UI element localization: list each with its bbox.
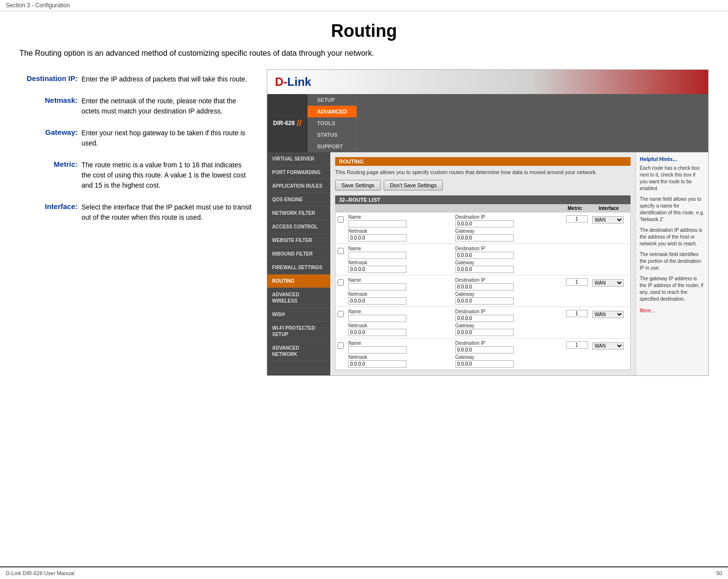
route-checkbox-2[interactable] <box>336 276 347 288</box>
route-netmask-group-2: Netmask <box>348 291 454 305</box>
routes-container: Name Destination IP Netmask Gateway WANL… <box>336 212 630 370</box>
hints-title: Helpful Hints... <box>640 156 704 162</box>
route-checkbox-4[interactable] <box>336 339 347 351</box>
interface-select-3[interactable]: WANLAN <box>592 311 624 318</box>
route-name-group-4: Name <box>348 340 454 354</box>
dest-input-1[interactable] <box>455 252 514 259</box>
gateway-label-4: Gateway <box>455 354 562 360</box>
interface-select-4[interactable]: WANLAN <box>592 342 624 350</box>
route-netmask-group-0: Netmask <box>348 228 454 241</box>
netmask-label-0: Netmask <box>348 228 454 234</box>
help-item: Gateway: Enter your next hop gateway to … <box>19 128 252 148</box>
help-text: Enter the IP address of packets that wil… <box>81 74 247 84</box>
netmask-input-3[interactable] <box>348 329 406 336</box>
name-label-4: Name <box>348 340 454 346</box>
save-settings-button[interactable]: Save Settings <box>335 180 381 191</box>
name-input-2[interactable] <box>348 283 406 290</box>
name-input-3[interactable] <box>348 315 406 322</box>
page-description: The Routing option is an advanced method… <box>19 49 709 58</box>
gateway-input-0[interactable] <box>455 234 514 241</box>
dest-label-1: Destination IP <box>455 246 562 251</box>
left-panel: Destination IP: Enter the IP address of … <box>19 69 252 234</box>
sidebar-item-wish[interactable]: WISH <box>267 308 330 322</box>
netmask-input-0[interactable] <box>348 234 406 241</box>
sidebar-item-website-filter[interactable]: WEBSITE FILTER <box>267 234 330 247</box>
name-input-1[interactable] <box>348 252 406 259</box>
sidebar-item-firewall-settings[interactable]: FIREWALL SETTINGS <box>267 261 330 274</box>
nav-tab-setup[interactable]: SETUP <box>307 94 357 106</box>
nav-tab-support[interactable]: SUPPORT <box>307 141 357 152</box>
help-text: Select the interface that the IP packet … <box>81 202 252 223</box>
netmask-input-1[interactable] <box>348 266 406 273</box>
netmask-label-4: Netmask <box>348 354 454 360</box>
name-input-4[interactable] <box>348 346 406 354</box>
interface-select-2[interactable]: WANLAN <box>592 279 624 287</box>
metric-input-2[interactable] <box>566 278 588 286</box>
route-row-2: Name Destination IP Netmask Gateway WANL… <box>336 275 630 307</box>
dest-input-0[interactable] <box>455 220 514 227</box>
route-check-1[interactable] <box>338 248 344 254</box>
sidebar-item-advanced-wireless[interactable]: ADVANCED WIRELESS <box>267 288 330 308</box>
route-name-group-2: Name <box>348 277 454 290</box>
bottom-bar: D-Link DIR-628 User Manual 50 <box>0 566 728 579</box>
sidebar-item-port-forwarding[interactable]: PORT FORWARDING <box>267 166 330 179</box>
sidebar-item-virtual-server[interactable]: VIRTUAL SERVER <box>267 152 330 166</box>
route-checkbox-3[interactable] <box>336 308 347 319</box>
sidebar-item-application-rules[interactable]: APPLICATION RULES <box>267 179 330 193</box>
route-check-3[interactable] <box>338 311 344 317</box>
dest-input-2[interactable] <box>455 283 514 290</box>
dlink-d: D- <box>275 75 287 88</box>
nav-tab-status[interactable]: STATUS <box>307 129 357 141</box>
sidebar-item-routing[interactable]: ROUTING <box>267 274 330 288</box>
footer-left: D-Link DIR-628 User Manual <box>6 570 74 576</box>
name-input-0[interactable] <box>348 220 406 227</box>
router-main-content: ROUTING This Routing page allows you to … <box>330 152 635 375</box>
gateway-input-3[interactable] <box>455 329 514 336</box>
route-check-4[interactable] <box>338 342 344 349</box>
footer-right: 50 <box>716 570 722 576</box>
sidebar-item-inbound-filter[interactable]: INBOUND FILTER <box>267 247 330 261</box>
help-label: Gateway: <box>19 128 78 148</box>
route-check-2[interactable] <box>338 279 344 286</box>
router-ui: D-Link DIR-628 // SETUPADVANCEDTOOLSSTAT… <box>267 69 709 376</box>
gateway-input-4[interactable] <box>455 360 514 368</box>
netmask-input-4[interactable] <box>348 360 406 368</box>
route-netmask-group-4: Netmask <box>348 354 454 368</box>
hint-text-3: The netmask field identifies the portion… <box>640 251 704 272</box>
help-label: Interface: <box>19 202 78 223</box>
hint-text-4: The gateway IP address is the IP address… <box>640 275 704 303</box>
sidebar-item-qos-engine[interactable]: QOS ENGINE <box>267 193 330 207</box>
dont-save-settings-button[interactable]: Don't Save Settings <box>384 180 443 191</box>
dest-label-4: Destination IP <box>455 340 562 346</box>
route-interface-4: WANLAN <box>591 339 630 352</box>
gateway-input-2[interactable] <box>455 297 514 305</box>
route-checkbox-0[interactable] <box>336 213 347 225</box>
dest-input-3[interactable] <box>455 315 514 322</box>
sidebar-item-access-control[interactable]: ACCESS CONTROL <box>267 220 330 234</box>
name-label-0: Name <box>348 214 454 220</box>
metric-input-0[interactable] <box>566 215 588 223</box>
route-name-group-1: Name <box>348 246 454 259</box>
dest-input-4[interactable] <box>455 346 514 354</box>
route-row-0: Name Destination IP Netmask Gateway WANL… <box>336 212 630 244</box>
metric-input-3[interactable] <box>566 310 588 317</box>
gateway-input-1[interactable] <box>455 266 514 273</box>
sidebar-item-advanced-network[interactable]: ADVANCED NETWORK <box>267 341 330 361</box>
gateway-label-1: Gateway <box>455 260 562 265</box>
hints-more-link[interactable]: More... <box>640 308 655 313</box>
nav-tab-advanced[interactable]: ADVANCED <box>307 106 357 117</box>
netmask-input-2[interactable] <box>348 297 406 305</box>
sidebar-item-network-filter[interactable]: NETWORK FILTER <box>267 207 330 220</box>
section-title: ROUTING <box>335 157 631 166</box>
dest-label-2: Destination IP <box>455 277 562 283</box>
route-checkbox-1[interactable] <box>336 245 347 256</box>
metric-input-4[interactable] <box>566 341 588 349</box>
sidebar-item-wi-fi-protected-setup[interactable]: WI-FI PROTECTED SETUP <box>267 322 330 341</box>
help-label: Metric: <box>19 160 78 191</box>
interface-select-0[interactable]: WANLAN <box>592 216 624 224</box>
route-gateway-group-0: Gateway <box>455 228 562 241</box>
route-check-0[interactable] <box>338 216 344 223</box>
nav-tab-tools[interactable]: TOOLS <box>307 117 357 129</box>
route-row-4: Name Destination IP Netmask Gateway WANL… <box>336 338 630 370</box>
sidebar: VIRTUAL SERVERPORT FORWARDINGAPPLICATION… <box>267 152 330 375</box>
